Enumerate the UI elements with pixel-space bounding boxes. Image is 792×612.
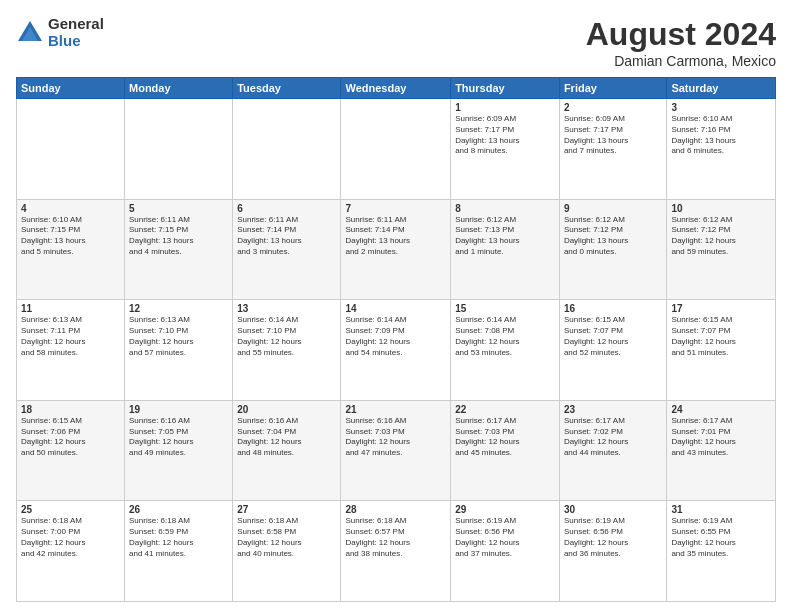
calendar-cell: 12Sunrise: 6:13 AMSunset: 7:10 PMDayligh…	[125, 300, 233, 401]
day-number: 27	[237, 504, 336, 515]
cell-content: Daylight: 12 hours	[345, 437, 446, 448]
day-number: 3	[671, 102, 771, 113]
cell-content: Sunrise: 6:14 AM	[345, 315, 446, 326]
cell-content: Sunrise: 6:09 AM	[564, 114, 662, 125]
week-row-3: 18Sunrise: 6:15 AMSunset: 7:06 PMDayligh…	[17, 400, 776, 501]
cell-content: Sunset: 7:07 PM	[564, 326, 662, 337]
calendar-cell: 14Sunrise: 6:14 AMSunset: 7:09 PMDayligh…	[341, 300, 451, 401]
day-number: 2	[564, 102, 662, 113]
calendar-cell: 8Sunrise: 6:12 AMSunset: 7:13 PMDaylight…	[451, 199, 560, 300]
cell-content: Sunset: 6:58 PM	[237, 527, 336, 538]
cell-content: Sunrise: 6:17 AM	[671, 416, 771, 427]
cell-content: Sunrise: 6:18 AM	[237, 516, 336, 527]
day-number: 30	[564, 504, 662, 515]
cell-content: Sunrise: 6:18 AM	[21, 516, 120, 527]
cell-content: Daylight: 12 hours	[455, 437, 555, 448]
cell-content: and 40 minutes.	[237, 549, 336, 560]
cell-content: Sunset: 6:59 PM	[129, 527, 228, 538]
cell-content: and 8 minutes.	[455, 146, 555, 157]
cell-content: Sunset: 6:56 PM	[564, 527, 662, 538]
logo: General Blue	[16, 16, 104, 49]
calendar-cell: 1Sunrise: 6:09 AMSunset: 7:17 PMDaylight…	[451, 99, 560, 200]
cell-content: Sunrise: 6:18 AM	[345, 516, 446, 527]
cell-content: Daylight: 13 hours	[455, 236, 555, 247]
calendar-cell: 19Sunrise: 6:16 AMSunset: 7:05 PMDayligh…	[125, 400, 233, 501]
cell-content: Sunset: 7:12 PM	[564, 225, 662, 236]
cell-content: Sunset: 7:00 PM	[21, 527, 120, 538]
cell-content: and 48 minutes.	[237, 448, 336, 459]
cell-content: Sunset: 7:14 PM	[345, 225, 446, 236]
cell-content: Sunset: 7:10 PM	[129, 326, 228, 337]
cell-content: Daylight: 12 hours	[671, 437, 771, 448]
cell-content: Sunset: 7:04 PM	[237, 427, 336, 438]
cell-content: Sunset: 7:15 PM	[129, 225, 228, 236]
cell-content: and 59 minutes.	[671, 247, 771, 258]
calendar-cell: 4Sunrise: 6:10 AMSunset: 7:15 PMDaylight…	[17, 199, 125, 300]
cell-content: and 57 minutes.	[129, 348, 228, 359]
cell-content: Daylight: 12 hours	[129, 538, 228, 549]
cell-content: Daylight: 13 hours	[455, 136, 555, 147]
cell-content: Sunrise: 6:10 AM	[21, 215, 120, 226]
cell-content: and 52 minutes.	[564, 348, 662, 359]
cell-content: Daylight: 12 hours	[345, 337, 446, 348]
week-row-0: 1Sunrise: 6:09 AMSunset: 7:17 PMDaylight…	[17, 99, 776, 200]
day-number: 31	[671, 504, 771, 515]
cell-content: and 47 minutes.	[345, 448, 446, 459]
cell-content: Sunrise: 6:12 AM	[671, 215, 771, 226]
day-number: 5	[129, 203, 228, 214]
day-number: 1	[455, 102, 555, 113]
cell-content: Daylight: 12 hours	[21, 538, 120, 549]
cell-content: and 4 minutes.	[129, 247, 228, 258]
cell-content: Sunrise: 6:14 AM	[455, 315, 555, 326]
week-row-1: 4Sunrise: 6:10 AMSunset: 7:15 PMDaylight…	[17, 199, 776, 300]
calendar-cell: 26Sunrise: 6:18 AMSunset: 6:59 PMDayligh…	[125, 501, 233, 602]
calendar-cell: 5Sunrise: 6:11 AMSunset: 7:15 PMDaylight…	[125, 199, 233, 300]
cell-content: Sunset: 6:57 PM	[345, 527, 446, 538]
cell-content: Daylight: 12 hours	[237, 538, 336, 549]
day-number: 28	[345, 504, 446, 515]
cell-content: Daylight: 12 hours	[345, 538, 446, 549]
logo-text: General Blue	[48, 16, 104, 49]
cell-content: Sunrise: 6:16 AM	[237, 416, 336, 427]
header-day-monday: Monday	[125, 78, 233, 99]
calendar-cell	[233, 99, 341, 200]
calendar-cell	[125, 99, 233, 200]
week-row-2: 11Sunrise: 6:13 AMSunset: 7:11 PMDayligh…	[17, 300, 776, 401]
header-day-sunday: Sunday	[17, 78, 125, 99]
day-number: 15	[455, 303, 555, 314]
day-number: 14	[345, 303, 446, 314]
cell-content: Sunrise: 6:10 AM	[671, 114, 771, 125]
calendar-cell: 6Sunrise: 6:11 AMSunset: 7:14 PMDaylight…	[233, 199, 341, 300]
cell-content: Sunrise: 6:19 AM	[455, 516, 555, 527]
cell-content: Sunset: 7:08 PM	[455, 326, 555, 337]
cell-content: and 54 minutes.	[345, 348, 446, 359]
cell-content: and 50 minutes.	[21, 448, 120, 459]
logo-general: General	[48, 16, 104, 33]
day-number: 4	[21, 203, 120, 214]
cell-content: Sunset: 7:15 PM	[21, 225, 120, 236]
cell-content: Daylight: 12 hours	[237, 437, 336, 448]
calendar-cell: 24Sunrise: 6:17 AMSunset: 7:01 PMDayligh…	[667, 400, 776, 501]
cell-content: and 7 minutes.	[564, 146, 662, 157]
cell-content: Daylight: 12 hours	[671, 337, 771, 348]
cell-content: and 2 minutes.	[345, 247, 446, 258]
cell-content: Daylight: 13 hours	[345, 236, 446, 247]
cell-content: Sunrise: 6:14 AM	[237, 315, 336, 326]
cell-content: Sunset: 7:11 PM	[21, 326, 120, 337]
day-number: 21	[345, 404, 446, 415]
cell-content: Sunrise: 6:13 AM	[129, 315, 228, 326]
day-number: 10	[671, 203, 771, 214]
cell-content: Sunrise: 6:11 AM	[345, 215, 446, 226]
cell-content: Sunset: 7:07 PM	[671, 326, 771, 337]
day-number: 8	[455, 203, 555, 214]
calendar-cell: 30Sunrise: 6:19 AMSunset: 6:56 PMDayligh…	[559, 501, 666, 602]
cell-content: Sunrise: 6:17 AM	[455, 416, 555, 427]
calendar-table: SundayMondayTuesdayWednesdayThursdayFrid…	[16, 77, 776, 602]
calendar-cell: 17Sunrise: 6:15 AMSunset: 7:07 PMDayligh…	[667, 300, 776, 401]
cell-content: Daylight: 12 hours	[237, 337, 336, 348]
cell-content: Sunrise: 6:16 AM	[345, 416, 446, 427]
calendar-cell: 22Sunrise: 6:17 AMSunset: 7:03 PMDayligh…	[451, 400, 560, 501]
header: General Blue August 2024 Damian Carmona,…	[16, 16, 776, 69]
calendar: SundayMondayTuesdayWednesdayThursdayFrid…	[16, 77, 776, 602]
cell-content: Sunset: 7:16 PM	[671, 125, 771, 136]
